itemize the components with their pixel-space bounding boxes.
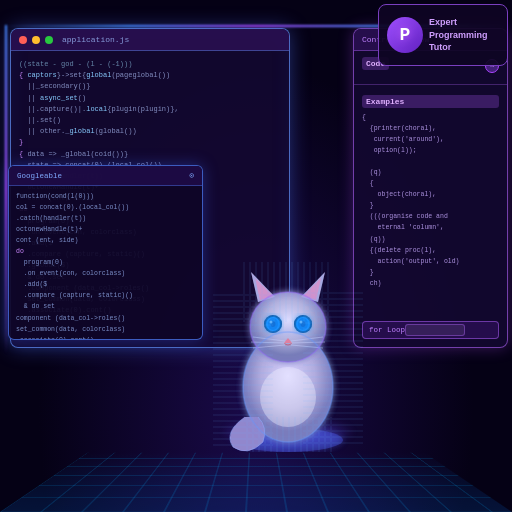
sub-code-3: .catch(handler(t)) [16, 213, 195, 224]
logo-text: Expert Programming Tutor [429, 16, 488, 54]
sub-code-7: program(0) [16, 257, 195, 268]
code-line-3: || async_set() [19, 93, 281, 104]
code-line-8: { data => _global(coid())} [19, 149, 281, 160]
for-loop-bar: for Loop [362, 321, 499, 339]
sub-window: Googleable ⊙ function(cond(l(0))) col = … [8, 165, 203, 340]
right-control-panel: Control window Code → Examples { {printe… [353, 28, 508, 348]
code-line-header: ((state - god - (l - (-1))) [19, 59, 281, 70]
sub-code-1: function(cond(l(0))) [16, 191, 195, 202]
for-loop-input[interactable] [405, 324, 465, 336]
logo-icon: P [387, 17, 423, 53]
sub-code-10: .compare (capture, static)() [16, 290, 195, 301]
panel-divider-1 [354, 84, 507, 85]
code-line-4: ||.capture()|.local{plugin(plugin)}, [19, 104, 281, 115]
sub-code-8: .on event(con, colorclass) [16, 268, 195, 279]
sub-code-4: octonewHandle(t)+ [16, 224, 195, 235]
sub-window-content[interactable]: function(cond(l(0))) col = concat(0).(lo… [9, 186, 202, 340]
cat-hologram-container [208, 232, 368, 452]
code-line-7: } [19, 137, 281, 148]
panel-section-examples-label: Examples [362, 95, 499, 108]
sub-code-13: set_common(data, colorclass) [16, 324, 195, 335]
window-dot-minimize[interactable] [32, 36, 40, 44]
panel-section-examples: Examples { {printer(choral), current('ar… [354, 89, 507, 295]
sub-code-5: cont (ent, side) [16, 235, 195, 246]
sub-window-titlebar: Googleable ⊙ [9, 166, 202, 186]
sub-window-title: Googleable [17, 172, 62, 180]
sub-code-2: col = concat(0).(local_col()) [16, 202, 195, 213]
neon-border-left [5, 25, 7, 355]
for-loop-label: for Loop [369, 326, 405, 334]
sub-code-9: .add($ [16, 279, 195, 290]
main-window-title: application.js [62, 35, 129, 44]
sub-code-11: & do set [16, 301, 195, 312]
window-dot-close[interactable] [19, 36, 27, 44]
sub-code-14: .associate(0).cont() [16, 335, 195, 340]
code-line-1: { captors}->set{global(pageglobal()) [19, 70, 281, 81]
grid-floor [0, 453, 512, 512]
code-line-5: ||.set() [19, 115, 281, 126]
logo-area: P Expert Programming Tutor [378, 4, 508, 66]
code-line-6: || other._global(global()) [19, 126, 281, 137]
panel-example-code: { {printer(choral), current('around'), o… [362, 112, 499, 289]
window-dot-maximize[interactable] [45, 36, 53, 44]
sub-code-12: component (data_col->roles() [16, 313, 195, 324]
code-line-2: ||_secondary()} [19, 81, 281, 92]
main-window-titlebar: application.js [11, 29, 289, 51]
cat-svg [213, 242, 363, 452]
sub-code-6: do [16, 246, 195, 257]
